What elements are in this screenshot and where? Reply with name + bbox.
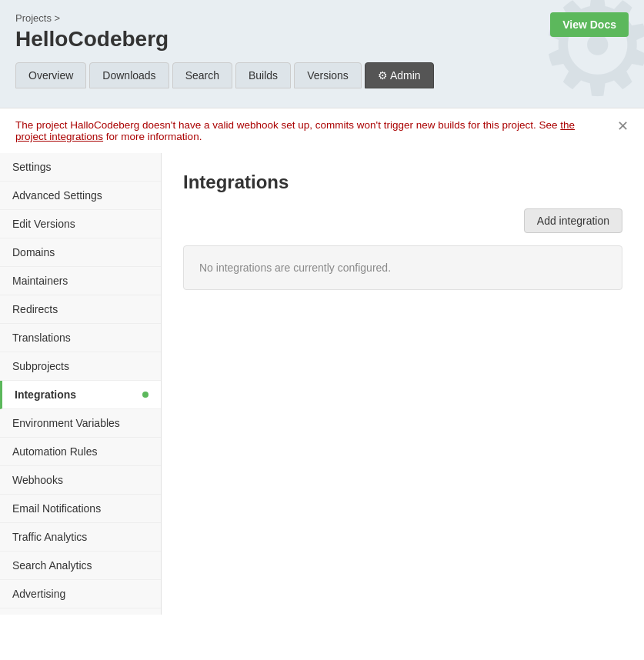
- header: ⚙ View Docs Projects > HelloCodeberg Ove…: [0, 0, 644, 108]
- gear-icon: ⚙: [378, 69, 390, 82]
- sidebar-item-settings[interactable]: Settings: [0, 153, 161, 182]
- integrations-dot: [142, 392, 148, 398]
- nav-tabs: Overview Downloads Search Builds Version…: [15, 62, 629, 88]
- sidebar-item-webhooks[interactable]: Webhooks: [0, 466, 161, 495]
- content-toolbar: Add integration: [183, 208, 622, 233]
- main-content: Settings Advanced Settings Edit Versions…: [0, 153, 644, 615]
- sidebar-item-subprojects[interactable]: Subprojects: [0, 352, 161, 381]
- alert-message-prefix: The project HalloCodeberg doesn't have a…: [15, 119, 558, 131]
- alert-banner: The project HalloCodeberg doesn't have a…: [0, 108, 644, 153]
- sidebar-item-advanced-settings[interactable]: Advanced Settings: [0, 182, 161, 210]
- sidebar-item-integrations[interactable]: Integrations: [0, 381, 161, 409]
- project-title: HelloCodeberg: [15, 27, 629, 52]
- breadcrumb-separator: >: [55, 12, 61, 24]
- breadcrumb: Projects >: [15, 12, 629, 24]
- view-docs-button[interactable]: View Docs: [550, 12, 629, 37]
- page-title: Integrations: [183, 172, 622, 193]
- alert-message-suffix: for more information.: [106, 131, 202, 142]
- content-area: Integrations Add integration No integrat…: [162, 153, 644, 615]
- sidebar-item-edit-versions[interactable]: Edit Versions: [0, 210, 161, 238]
- sidebar-item-automation-rules[interactable]: Automation Rules: [0, 438, 161, 466]
- empty-state-message: No integrations are currently configured…: [199, 262, 391, 274]
- sidebar-item-advertising[interactable]: Advertising: [0, 580, 161, 608]
- tab-admin[interactable]: ⚙ Admin: [365, 62, 434, 88]
- sidebar-item-search-analytics[interactable]: Search Analytics: [0, 552, 161, 580]
- tab-versions[interactable]: Versions: [294, 62, 362, 88]
- sidebar-item-redirects[interactable]: Redirects: [0, 295, 161, 324]
- alert-message: The project HalloCodeberg doesn't have a…: [15, 119, 608, 142]
- tab-builds[interactable]: Builds: [235, 62, 291, 88]
- sidebar-item-domains[interactable]: Domains: [0, 238, 161, 267]
- sidebar-item-integrations-label: Integrations: [15, 388, 76, 401]
- alert-close-button[interactable]: ✕: [617, 119, 629, 133]
- sidebar-item-traffic-analytics[interactable]: Traffic Analytics: [0, 523, 161, 552]
- tab-downloads[interactable]: Downloads: [89, 62, 169, 88]
- add-integration-button[interactable]: Add integration: [524, 208, 622, 233]
- breadcrumb-projects: Projects: [15, 12, 52, 24]
- sidebar-item-email-notifications[interactable]: Email Notifications: [0, 495, 161, 523]
- sidebar-item-environment-variables[interactable]: Environment Variables: [0, 409, 161, 438]
- empty-state: No integrations are currently configured…: [183, 245, 622, 290]
- sidebar: Settings Advanced Settings Edit Versions…: [0, 153, 162, 615]
- tab-overview[interactable]: Overview: [15, 62, 86, 88]
- sidebar-item-translations[interactable]: Translations: [0, 324, 161, 352]
- tab-search[interactable]: Search: [172, 62, 232, 88]
- tab-admin-label: Admin: [390, 69, 421, 82]
- sidebar-item-maintainers[interactable]: Maintainers: [0, 267, 161, 295]
